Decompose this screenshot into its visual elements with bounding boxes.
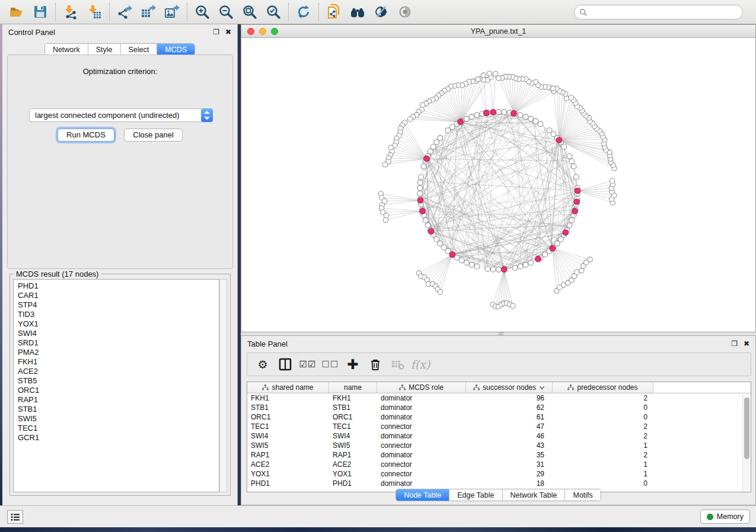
leaf-node[interactable] [575, 270, 579, 274]
node[interactable] [567, 153, 572, 159]
leaf-node[interactable] [511, 303, 515, 308]
node[interactable] [430, 144, 436, 149]
mcds-list-scrollbar[interactable] [219, 279, 227, 492]
tab-network[interactable]: Network [45, 44, 88, 55]
mcds-node[interactable] [535, 256, 541, 262]
table-row[interactable]: ORC1ORC1dominator610 [247, 412, 751, 422]
delete-column-button[interactable] [367, 356, 384, 373]
table-row[interactable]: YOX1YOX1connector291 [247, 469, 751, 479]
mcds-node[interactable] [483, 110, 489, 116]
find-button[interactable] [346, 2, 369, 22]
node[interactable] [464, 260, 470, 265]
table-row[interactable]: PHD1PHD1dominator180 [247, 479, 751, 488]
table-row[interactable]: FKH1FKH1dominator962 [247, 393, 751, 403]
node[interactable] [425, 223, 430, 228]
node[interactable] [518, 264, 523, 269]
apply-layout-button[interactable] [292, 2, 315, 22]
search-input[interactable] [588, 8, 738, 17]
mcds-node[interactable] [417, 197, 423, 203]
scrollbar-thumb[interactable] [744, 398, 749, 459]
zoom-in-button[interactable] [190, 2, 214, 22]
mcds-result-item[interactable]: ORC1 [18, 386, 219, 395]
mcds-result-item[interactable]: FKH1 [18, 357, 219, 367]
node[interactable] [502, 110, 507, 115]
hide-selected-button[interactable] [369, 2, 393, 22]
mcds-node[interactable] [572, 209, 578, 214]
network-window-titlebar[interactable]: YPA_prune.txt_1 [241, 25, 755, 38]
node[interactable] [574, 175, 579, 180]
mcds-result-item[interactable]: STB5 [18, 376, 219, 386]
leaf-node[interactable] [382, 162, 387, 167]
leaf-node[interactable] [407, 117, 412, 121]
node[interactable] [449, 124, 455, 130]
mcds-node[interactable] [511, 111, 517, 117]
node[interactable] [528, 116, 534, 121]
mcds-node[interactable] [563, 230, 569, 236]
tab-edge-table[interactable]: Edge Table [449, 489, 502, 501]
node[interactable] [512, 265, 518, 271]
leaf-node[interactable] [487, 71, 492, 76]
column-header-name[interactable]: name [329, 382, 377, 393]
node[interactable] [554, 241, 560, 246]
mcds-node[interactable] [556, 137, 562, 143]
node[interactable] [496, 110, 502, 115]
node[interactable] [562, 144, 567, 149]
mcds-result-item[interactable]: PHD1 [18, 281, 219, 291]
node[interactable] [569, 217, 575, 223]
node[interactable] [485, 266, 490, 271]
show-column-button[interactable] [277, 356, 294, 373]
mcds-node[interactable] [501, 267, 507, 273]
node[interactable] [518, 113, 523, 118]
leaf-node[interactable] [383, 217, 388, 222]
table-settings-button[interactable]: ⚙ [254, 356, 271, 373]
table-row[interactable]: TEC1TEC1connector472 [247, 422, 751, 431]
node[interactable] [533, 118, 538, 124]
tab-node-table[interactable]: Node Table [396, 489, 449, 501]
table-row[interactable]: SWI4SWI4dominator462 [247, 431, 751, 441]
mcds-node[interactable] [490, 110, 496, 116]
node[interactable] [469, 114, 474, 120]
mcds-node[interactable] [550, 245, 556, 251]
function-builder-button[interactable]: f(x) [412, 356, 429, 373]
table-row[interactable]: STB1STB1dominator620 [247, 403, 751, 412]
select-all-button[interactable]: ☑☑ [299, 356, 316, 373]
mcds-result-item[interactable]: SWI4 [18, 329, 219, 338]
mcds-result-item[interactable]: STP4 [18, 300, 219, 310]
mcds-result-list[interactable]: PHD1CAR1STP4TID3YOX1SWI4SRD1PMA2FKH1ACE2… [13, 279, 219, 492]
node[interactable] [523, 114, 528, 120]
unselect-all-button[interactable]: ☐☐ [322, 356, 339, 373]
criterion-dropdown[interactable]: largest connected component (undirected) [29, 108, 213, 122]
mcds-node[interactable] [458, 119, 464, 125]
node[interactable] [434, 236, 439, 242]
leaf-node[interactable] [496, 76, 501, 81]
column-header-shared-name[interactable]: shared name [247, 382, 329, 393]
mcds-result-item[interactable]: CAR1 [18, 291, 219, 300]
tab-mcds[interactable]: MCDS [157, 44, 194, 55]
mcds-result-item[interactable]: SWI5 [18, 414, 219, 424]
table-row[interactable]: RAP1RAP1dominator352 [247, 450, 751, 460]
node[interactable] [417, 185, 423, 191]
leaf-node[interactable] [579, 268, 584, 273]
mcds-node[interactable] [449, 252, 455, 258]
table-row[interactable]: ACE2ACE2connector311 [247, 460, 751, 469]
node[interactable] [459, 258, 464, 263]
search-field[interactable] [574, 5, 743, 20]
zoom-fit-button[interactable] [238, 2, 261, 22]
import-table-button[interactable] [82, 2, 106, 22]
node[interactable] [419, 175, 424, 180]
node[interactable] [543, 252, 548, 257]
close-panel-icon[interactable]: ✖ [225, 28, 231, 36]
mcds-result-item[interactable]: RAP1 [18, 395, 219, 405]
leaf-node[interactable] [569, 95, 573, 100]
task-history-button[interactable] [7, 510, 23, 524]
column-header-MCDS-role[interactable]: MCDS role [377, 382, 466, 393]
float-panel-icon[interactable]: ❐ [213, 28, 219, 36]
tab-motifs[interactable]: Motifs [565, 489, 600, 501]
tab-network-table[interactable]: Network Table [503, 489, 566, 501]
memory-button[interactable]: Memory [700, 509, 750, 524]
export-image-button[interactable] [160, 2, 184, 22]
mcds-node[interactable] [420, 209, 426, 214]
mcds-node[interactable] [428, 229, 434, 235]
save-session-button[interactable] [28, 2, 52, 22]
node[interactable] [428, 149, 433, 154]
